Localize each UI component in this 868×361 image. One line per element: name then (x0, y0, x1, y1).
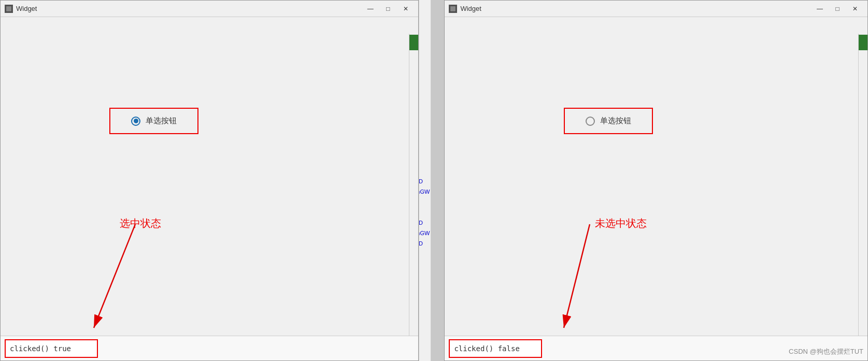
middle-text-2: _MinGW (419, 186, 430, 197)
left-close-button[interactable]: ✕ (397, 2, 414, 16)
right-status-text: clicked() false (449, 339, 542, 358)
left-title-controls: — □ ✕ (362, 2, 414, 16)
right-window-content: 单选按钮 未选中状态 clicked() false CSDN @狗也会摆烂TU… (445, 17, 867, 360)
left-window-content: 单选按钮 选中状态 clicked() true (1, 17, 418, 360)
left-scrollbar-thumb[interactable] (409, 35, 418, 50)
left-radio-label[interactable]: 单选按钮 (146, 116, 177, 126)
right-minimize-button[interactable]: — (812, 2, 828, 16)
left-minimize-button[interactable]: — (362, 2, 379, 16)
middle-text-4: _MinGW (419, 228, 430, 238)
right-window-icon (449, 5, 457, 13)
svg-line-1 (94, 224, 135, 328)
right-title-bar: Widget — □ ✕ (445, 1, 867, 17)
middle-panel: _bit-D _MinGW _bit-D _MinGW _bit-D (419, 0, 432, 361)
right-radio-box: 单选按钮 (564, 108, 653, 134)
left-title-bar: Widget — □ ✕ (1, 1, 418, 17)
left-arrow (52, 157, 156, 354)
svg-line-3 (564, 224, 590, 328)
middle-text-items: _bit-D _MinGW _bit-D _MinGW _bit-D (419, 176, 430, 249)
middle-text-5: _bit-D (419, 238, 430, 249)
right-window: Widget — □ ✕ 单选按钮 未选中状态 clicked() false (444, 0, 868, 361)
right-close-button[interactable]: ✕ (847, 2, 863, 16)
right-maximize-button[interactable]: □ (829, 2, 846, 16)
left-window-icon (5, 5, 13, 13)
left-scrollbar[interactable] (409, 34, 418, 336)
right-arrow (528, 157, 631, 354)
left-status-bar: clicked() true (1, 336, 418, 360)
left-status-text: clicked() true (5, 339, 98, 358)
right-title-controls: — □ ✕ (812, 2, 863, 16)
watermark: CSDN @狗也会摆烂TUT (789, 347, 863, 356)
right-scrollbar[interactable] (858, 34, 867, 336)
left-window-title: Widget (16, 5, 362, 12)
middle-text-3: _bit-D (419, 218, 430, 228)
left-maximize-button[interactable]: □ (380, 2, 396, 16)
right-radio-label[interactable]: 单选按钮 (600, 116, 631, 126)
left-radio-checked-icon[interactable] (131, 117, 140, 126)
right-window-title: Widget (460, 5, 812, 12)
left-radio-box: 单选按钮 (109, 108, 198, 134)
left-window: Widget — □ ✕ 单选按钮 选中状态 clicked() true (0, 0, 419, 361)
right-radio-unchecked-icon[interactable] (586, 117, 595, 126)
right-scrollbar-thumb[interactable] (859, 35, 867, 50)
middle-text-1: _bit-D (419, 176, 430, 186)
